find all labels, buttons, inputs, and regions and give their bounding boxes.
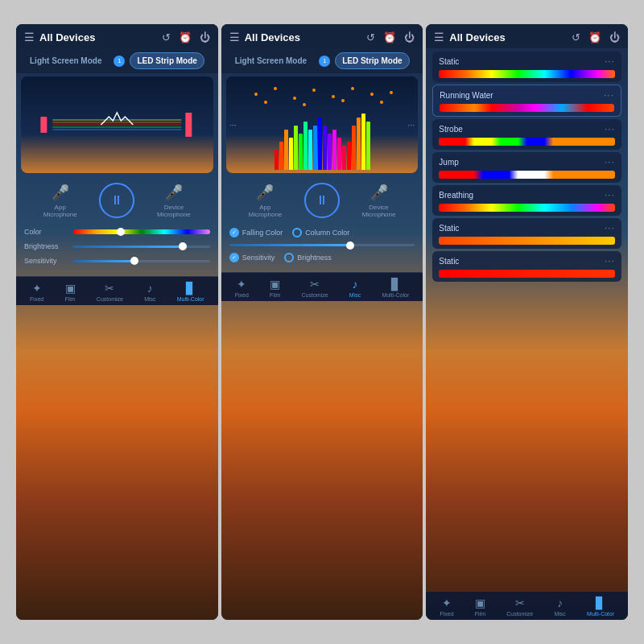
menu-icon-2[interactable]: ☰ [229,31,240,43]
next-arrow[interactable]: ··· [407,120,415,130]
s2-main-slider[interactable] [229,244,415,246]
effect-menu-static-2[interactable]: ··· [605,222,615,233]
column-color-option[interactable]: Column Color [292,228,349,237]
color-slider[interactable] [73,229,210,234]
led-strip-tab-1[interactable]: LED Strip Mode [130,52,204,69]
header-title-1: All Devices [39,31,95,43]
visualizer-1 [21,76,213,173]
param-options-row: Sensitivity Brightness [229,253,415,262]
nav-film-1[interactable]: ▣ Film [64,282,75,302]
svg-rect-5 [40,117,47,133]
power-icon[interactable]: ⏻ [200,31,210,43]
color-bar-static-1 [439,70,615,78]
refresh-icon-3[interactable]: ↺ [572,31,580,43]
header-title-3: All Devices [449,31,505,43]
nav-film-2[interactable]: ▣ Film [270,278,280,298]
effect-menu-static-3[interactable]: ··· [605,255,615,266]
sensitivity-label: Sensitivity [24,257,68,265]
effect-name-static-1: Static [439,57,459,66]
alarm-icon-3[interactable]: ⏰ [588,31,601,43]
effect-breathing[interactable]: Breathing ··· [432,185,621,216]
phone-screen-1: ☰ All Devices ↺ ⏰ ⏻ Light Screen Mode 1 … [16,24,218,620]
light-screen-tab-2[interactable]: Light Screen Mode [228,52,314,69]
sliders-area-1: Color Brightness Sensitivity [16,225,218,276]
effect-name-jump: Jump [439,158,458,167]
prev-arrow[interactable]: ··· [229,120,237,130]
wave-viz [21,76,213,173]
brightness-slider-row: Brightness [24,242,210,250]
nav-misc-3[interactable]: ♪ Misc [554,597,565,617]
effect-static-1[interactable]: Static ··· [432,52,621,82]
header-2: ☰ All Devices ↺ ⏰ ⏻ [221,24,423,48]
nav-fixed-3[interactable]: ✦ Fixed [440,597,453,617]
play-pause-button-2[interactable]: ⏸ [304,183,340,218]
effect-menu-jump[interactable]: ··· [605,156,615,167]
effect-jump[interactable]: Jump ··· [432,152,621,183]
power-icon-3[interactable]: ⏻ [609,31,620,43]
effects-list: Static ··· Running Water ··· Strobe ··· [426,48,628,591]
play-pause-button-1[interactable]: ⏸ [99,183,134,218]
sensitivity-slider[interactable] [73,260,210,262]
color-bar-strobe [439,138,615,146]
mode-badge-2: 1 [319,56,330,67]
nav-customize-3[interactable]: ✂ Customize [506,597,533,617]
sensitivity-option[interactable]: Sensitivity [229,253,275,262]
nav-multicolor-3[interactable]: ▊ Multi-Color [587,597,614,617]
brightness-label-2: Brightness [297,254,332,262]
nav-customize-1[interactable]: ✂ Customize [97,282,123,302]
alarm-icon[interactable]: ⏰ [179,31,192,43]
alarm-icon-2[interactable]: ⏰ [383,31,396,43]
effect-static-3[interactable]: Static ··· [432,251,621,282]
column-color-radio[interactable] [292,228,302,237]
bottom-nav-1: ✦ Fixed ▣ Film ✂ Customize ♪ Misc ▊ Mult… [16,276,218,305]
effect-strobe[interactable]: Strobe ··· [432,119,621,150]
mode-tabs-2: Light Screen Mode 1 LED Strip Mode [221,48,423,73]
nav-fixed-1[interactable]: ✦ Fixed [30,282,43,302]
falling-color-radio[interactable] [229,228,239,237]
device-mic-2[interactable]: 🎤 DeviceMicrophone [362,184,396,218]
nav-film-3[interactable]: ▣ Film [475,597,485,617]
sensitivity-radio[interactable] [229,253,239,262]
effect-name-breathing: Breathing [439,191,473,200]
nav-customize-2[interactable]: ✂ Customize [302,278,328,298]
effect-menu-strobe[interactable]: ··· [605,123,615,134]
menu-icon[interactable]: ☰ [24,31,35,43]
nav-misc-1[interactable]: ♪ Misc [144,282,155,302]
light-screen-tab-1[interactable]: Light Screen Mode [23,52,109,69]
effect-menu-breathing[interactable]: ··· [605,189,615,200]
nav-misc-2[interactable]: ♪ Misc [349,278,361,298]
phone-screen-2: ☰ All Devices ↺ ⏰ ⏻ Light Screen Mode 1 … [221,24,423,620]
color-bar-breathing [439,204,615,212]
header-1: ☰ All Devices ↺ ⏰ ⏻ [16,24,218,48]
app-mic-2[interactable]: 🎤 AppMicrophone [249,184,283,218]
nav-fixed-2[interactable]: ✦ Fixed [235,278,249,298]
refresh-icon-2[interactable]: ↺ [366,31,375,43]
music-controls-1: 🎤 AppMicrophone ⏸ 🎤 DeviceMicrophone [16,176,218,225]
nav-multicolor-1[interactable]: ▊ Multi-Color [177,282,204,302]
color-bar-running-water [440,104,614,112]
svg-rect-6 [185,113,192,137]
sensitivity-label-2: Sensitivity [242,254,275,262]
menu-icon-3[interactable]: ☰ [434,31,444,43]
brightness-radio[interactable] [284,253,294,262]
color-bar-jump [439,171,615,179]
brightness-slider[interactable] [73,246,210,248]
refresh-icon[interactable]: ↺ [162,31,171,43]
falling-color-option[interactable]: Falling Color [229,228,283,237]
bottom-nav-3: ✦ Fixed ▣ Film ✂ Customize ♪ Misc ▊ Mult… [426,591,628,620]
power-icon-2[interactable]: ⏻ [404,31,415,43]
led-strip-tab-2[interactable]: LED Strip Mode [335,52,409,69]
nav-multicolor-2[interactable]: ▊ Multi-Color [382,278,409,298]
effect-running-water[interactable]: Running Water ··· [432,85,621,117]
effect-menu-running-water[interactable]: ··· [604,89,614,101]
sensitivity-slider-row: Sensitivity [24,257,210,265]
effect-static-2[interactable]: Static ··· [432,218,621,249]
phone-screen-3: ☰ All Devices ↺ ⏰ ⏻ Static ··· [426,24,628,620]
color-bar-static-3 [439,270,615,278]
effect-menu-static-1[interactable]: ··· [605,56,615,67]
color-options-row: Falling Color Column Color [229,228,415,237]
app-mic-1[interactable]: 🎤 AppMicrophone [43,184,77,218]
device-mic-1[interactable]: 🎤 DeviceMicrophone [157,184,191,218]
color-slider-row: Color [24,228,210,236]
brightness-option[interactable]: Brightness [284,253,332,262]
